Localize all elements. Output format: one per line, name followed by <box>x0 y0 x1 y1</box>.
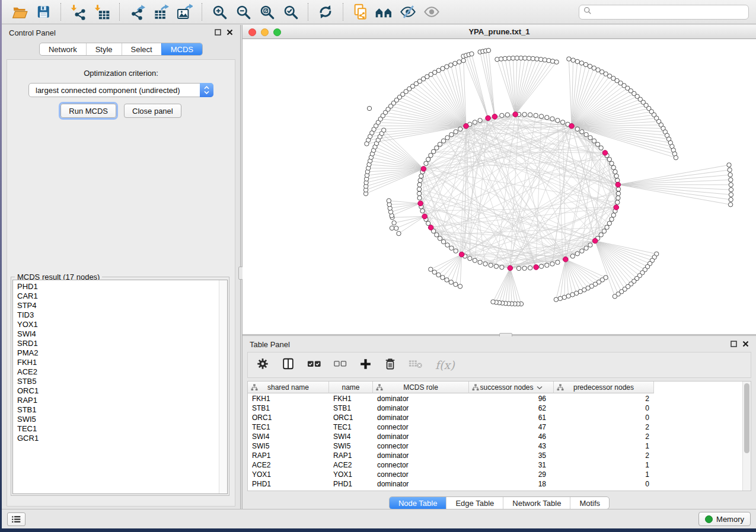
import-table-icon[interactable] <box>91 2 113 21</box>
criterion-select[interactable]: largest connected component (undirected) <box>28 83 213 97</box>
table-scrollbar[interactable] <box>742 382 751 491</box>
cell-shared-name: ACE2 <box>248 461 329 469</box>
cell-shared-name: SWI5 <box>248 442 329 450</box>
tab-network[interactable]: Network <box>40 43 86 55</box>
cell-name: SWI5 <box>329 442 373 450</box>
table-row[interactable]: ORC1ORC1dominator610 <box>248 413 742 422</box>
window-close-icon[interactable] <box>248 28 256 36</box>
delete-column-icon[interactable] <box>384 357 396 373</box>
hide-selected-icon[interactable] <box>397 2 419 21</box>
column-type-icon <box>557 384 564 393</box>
run-mcds-button[interactable]: Run MCDS <box>60 104 116 118</box>
result-node-item[interactable]: TID3 <box>17 310 227 320</box>
table-row[interactable]: STB1STB1dominator620 <box>248 403 742 413</box>
result-node-item[interactable]: GCR1 <box>17 434 227 443</box>
table-row[interactable]: ACE2ACE2connector311 <box>248 460 742 470</box>
zoom-in-icon[interactable] <box>209 2 230 21</box>
search-input[interactable] <box>595 8 744 17</box>
tab-style[interactable]: Style <box>86 43 122 55</box>
table-row[interactable]: PHD1PHD1dominator180 <box>248 479 742 489</box>
close-panel-button[interactable]: Close panel <box>124 104 181 118</box>
tab-node-table[interactable]: Node Table <box>390 497 446 509</box>
column-header-predecessor-nodes[interactable]: predecessor nodes <box>554 382 654 393</box>
export-image-icon[interactable] <box>174 2 195 21</box>
zoom-selected-icon[interactable] <box>280 2 301 21</box>
result-list-scrollbar[interactable] <box>219 280 227 493</box>
result-node-item[interactable]: SWI4 <box>17 329 227 339</box>
global-search-field[interactable] <box>579 5 749 20</box>
result-node-item[interactable]: CAR1 <box>17 291 227 301</box>
result-node-item[interactable]: PMA2 <box>17 348 227 358</box>
save-session-icon[interactable] <box>33 2 54 21</box>
table-options-gear-icon[interactable] <box>256 357 269 373</box>
new-network-from-selection-icon[interactable] <box>350 2 371 21</box>
tab-motifs[interactable]: Motifs <box>570 497 609 509</box>
toolbar-separator <box>308 3 308 21</box>
export-table-icon[interactable] <box>150 2 171 21</box>
table-row[interactable]: RAP1RAP1dominator352 <box>248 451 742 460</box>
result-node-item[interactable]: SRD1 <box>17 339 227 348</box>
table-row[interactable]: FKH1FKH1dominator962 <box>248 394 742 403</box>
show-columns-icon[interactable] <box>282 357 295 373</box>
column-header-name[interactable]: name <box>329 382 373 393</box>
result-node-item[interactable]: ORC1 <box>17 386 227 396</box>
result-node-item[interactable]: TEC1 <box>17 424 227 434</box>
result-node-item[interactable]: FKH1 <box>17 358 227 367</box>
import-network-icon[interactable] <box>68 2 89 21</box>
tab-mcds[interactable]: MCDS <box>161 43 202 55</box>
network-window-title: YPA_prune.txt_1 <box>468 27 529 36</box>
zoom-out-icon[interactable] <box>232 2 254 21</box>
tab-edge-table[interactable]: Edge Table <box>446 497 503 509</box>
network-window-titlebar[interactable]: YPA_prune.txt_1 <box>243 25 756 39</box>
first-neighbors-icon[interactable] <box>374 2 395 21</box>
tab-network-table[interactable]: Network Table <box>503 497 570 509</box>
table-scrollbar-thumb[interactable] <box>744 383 749 453</box>
window-maximize-icon[interactable] <box>273 28 281 36</box>
float-panel-icon[interactable] <box>731 339 737 350</box>
result-node-item[interactable]: ACE2 <box>17 367 227 377</box>
clear-selection-icon[interactable] <box>334 360 347 370</box>
column-label: successor nodes <box>480 383 533 392</box>
table-row[interactable]: YOX1YOX1connector291 <box>248 470 742 479</box>
export-network-icon[interactable] <box>126 2 148 21</box>
task-history-button[interactable] <box>7 512 25 526</box>
close-panel-icon[interactable] <box>742 339 749 350</box>
node-table[interactable]: shared namenameMCDS rolesuccessor nodesp… <box>247 381 751 491</box>
result-node-item[interactable]: YOX1 <box>17 320 227 329</box>
column-header-MCDS-role[interactable]: MCDS role <box>373 382 469 393</box>
cell-successor-nodes: 96 <box>469 395 554 403</box>
select-all-rows-icon[interactable] <box>307 359 321 371</box>
cell-name: TEC1 <box>329 423 373 431</box>
float-panel-icon[interactable] <box>215 27 221 38</box>
result-node-item[interactable]: SWI5 <box>17 415 227 424</box>
cell-successor-nodes: 62 <box>469 404 554 412</box>
cell-shared-name: YOX1 <box>248 470 329 479</box>
close-panel-icon[interactable] <box>227 27 233 38</box>
cell-predecessor-nodes: 2 <box>554 423 654 431</box>
table-row[interactable]: SWI5SWI5connector431 <box>248 441 742 451</box>
network-canvas[interactable] <box>243 40 756 334</box>
result-node-item[interactable]: STB1 <box>17 405 227 415</box>
add-column-icon[interactable] <box>359 358 372 373</box>
panel-splitter-horizontal[interactable] <box>243 334 756 336</box>
table-row[interactable]: SWI4SWI4dominator462 <box>248 432 742 441</box>
delete-table-disabled-icon <box>409 358 423 371</box>
mcds-result-list[interactable]: PHD1CAR1STP4TID3YOX1SWI4SRD1PMA2FKH1ACE2… <box>12 280 228 494</box>
result-node-item[interactable]: PHD1 <box>17 282 227 291</box>
zoom-fit-icon[interactable] <box>256 2 277 21</box>
apply-preferred-layout-icon[interactable] <box>315 2 336 21</box>
result-node-item[interactable]: STB5 <box>17 377 227 386</box>
show-all-icon[interactable] <box>421 2 442 21</box>
table-row[interactable]: TEC1TEC1connector472 <box>248 422 742 432</box>
column-header-shared-name[interactable]: shared name <box>248 382 329 393</box>
column-header-successor-nodes[interactable]: successor nodes <box>469 382 554 393</box>
open-session-icon[interactable] <box>9 2 30 21</box>
tab-select[interactable]: Select <box>122 43 161 55</box>
memory-button[interactable]: Memory <box>698 512 751 526</box>
window-minimize-icon[interactable] <box>261 28 269 36</box>
optimization-criterion-label: Optimization criterion: <box>7 69 235 78</box>
result-node-item[interactable]: RAP1 <box>17 396 227 405</box>
column-label: shared name <box>267 383 309 392</box>
cell-MCDS-role: connector <box>373 470 469 479</box>
result-node-item[interactable]: STP4 <box>17 301 227 310</box>
